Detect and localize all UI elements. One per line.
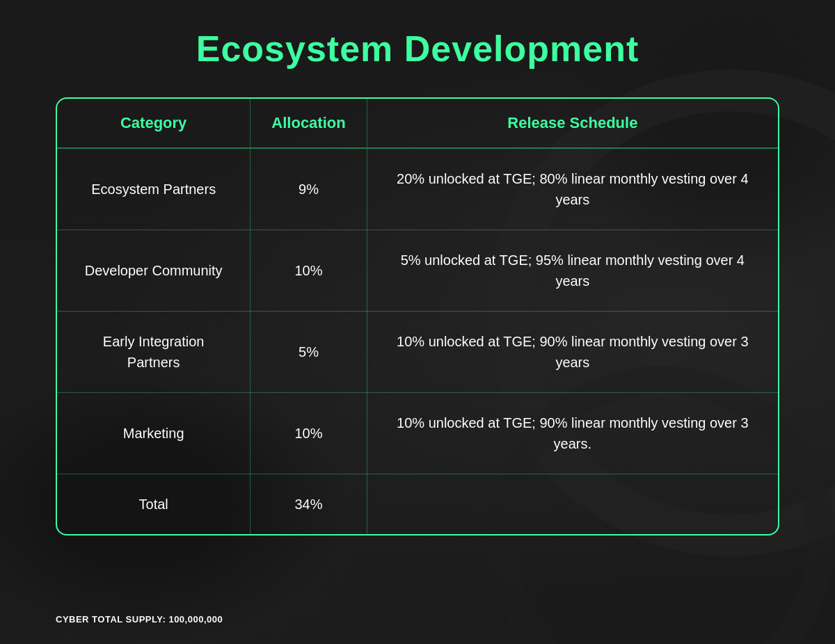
cell-release-schedule: 10% unlocked at TGE; 90% linear monthly … (367, 393, 778, 474)
cell-category: Total (57, 474, 250, 535)
footer-supply-note: CYBER TOTAL SUPPLY: 100,000,000 (56, 614, 223, 625)
table-header-row: Category Allocation Release Schedule (57, 99, 778, 148)
cell-allocation: 9% (250, 148, 367, 230)
cell-release-schedule: 10% unlocked at TGE; 90% linear monthly … (367, 312, 778, 393)
ecosystem-table: Category Allocation Release Schedule Eco… (56, 97, 779, 536)
cell-category: Ecosystem Partners (57, 148, 250, 230)
cell-category: Marketing (57, 393, 250, 474)
cell-release-schedule: 5% unlocked at TGE; 95% linear monthly v… (367, 230, 778, 312)
cell-release-schedule: 20% unlocked at TGE; 80% linear monthly … (367, 148, 778, 230)
cell-category: Early Integration Partners (57, 312, 250, 393)
cell-allocation: 34% (250, 474, 367, 535)
column-header-category: Category (57, 99, 250, 148)
column-header-allocation: Allocation (250, 99, 367, 148)
table-row: Developer Community10%5% unlocked at TGE… (57, 230, 778, 312)
table-row: Marketing10%10% unlocked at TGE; 90% lin… (57, 393, 778, 474)
cell-release-schedule (367, 474, 778, 535)
cell-category: Developer Community (57, 230, 250, 312)
column-header-release-schedule: Release Schedule (367, 99, 778, 148)
cell-allocation: 10% (250, 393, 367, 474)
cell-allocation: 5% (250, 312, 367, 393)
table-row: Total34% (57, 474, 778, 535)
table-row: Early Integration Partners5%10% unlocked… (57, 312, 778, 393)
table-row: Ecosystem Partners9%20% unlocked at TGE;… (57, 148, 778, 230)
page-title: Ecosystem Development (196, 28, 639, 70)
cell-allocation: 10% (250, 230, 367, 312)
